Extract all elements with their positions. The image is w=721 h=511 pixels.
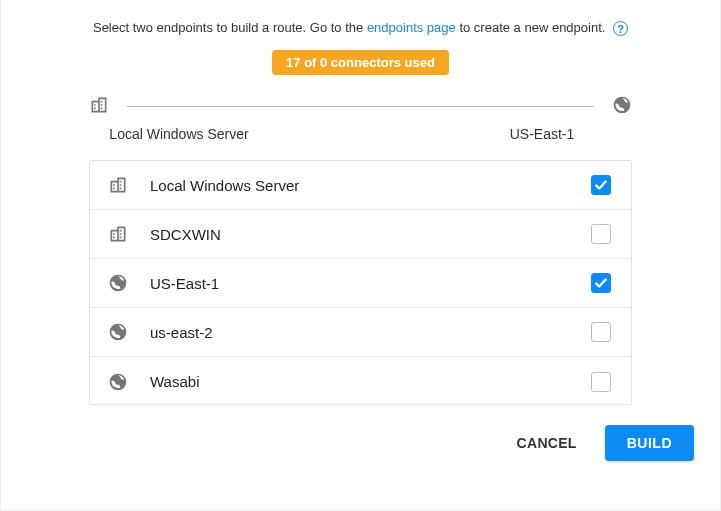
badge-row: 17 of 0 connectors used	[9, 50, 712, 75]
globe-icon	[612, 95, 632, 115]
route-left-icon-slot	[89, 95, 109, 118]
intro-text: Select two endpoints to build a route. G…	[9, 20, 712, 36]
intro-pre: Select two endpoints to build a route. G…	[93, 20, 367, 35]
endpoint-name: Local Windows Server	[150, 177, 591, 194]
endpoint-name: SDCXWIN	[150, 226, 591, 243]
endpoint-checkbox[interactable]	[591, 322, 611, 342]
dialog-actions: CANCEL BUILD	[9, 425, 694, 461]
list-item[interactable]: Local Windows Server	[90, 161, 631, 210]
check-icon	[594, 276, 608, 290]
building-icon	[108, 224, 128, 244]
globe-icon	[108, 322, 128, 342]
list-item[interactable]: Wasabi	[90, 357, 631, 405]
endpoint-name: us-east-2	[150, 324, 591, 341]
list-item[interactable]: SDCXWIN	[90, 210, 631, 259]
building-icon	[89, 95, 109, 115]
endpoint-type-icon	[108, 273, 150, 293]
endpoint-checkbox[interactable]	[591, 175, 611, 195]
build-button[interactable]: BUILD	[605, 425, 694, 461]
endpoint-name: US-East-1	[150, 275, 591, 292]
endpoint-type-icon	[108, 224, 150, 244]
route-right-label: US-East-1	[452, 126, 632, 142]
endpoint-checkbox[interactable]	[591, 372, 611, 392]
route-right-icon-slot	[612, 95, 632, 118]
endpoint-name: Wasabi	[150, 373, 591, 390]
route-separator	[127, 106, 594, 107]
check-icon	[594, 178, 608, 192]
help-icon[interactable]: ?	[613, 21, 628, 36]
cancel-button[interactable]: CANCEL	[507, 427, 587, 459]
endpoint-checkbox[interactable]	[591, 273, 611, 293]
globe-icon	[108, 372, 128, 392]
endpoint-type-icon	[108, 322, 150, 342]
globe-icon	[108, 273, 128, 293]
route-labels: Local Windows Server US-East-1	[89, 126, 632, 142]
route-left-label: Local Windows Server	[89, 126, 269, 142]
endpoint-type-icon	[108, 372, 150, 392]
route-header	[89, 95, 632, 118]
endpoint-type-icon	[108, 175, 150, 195]
building-icon	[108, 175, 128, 195]
intro-post: to create a new endpoint.	[456, 20, 606, 35]
dialog-body: Select two endpoints to build a route. G…	[0, 0, 721, 511]
endpoint-checkbox[interactable]	[591, 224, 611, 244]
connectors-badge: 17 of 0 connectors used	[272, 50, 449, 75]
endpoints-page-link[interactable]: endpoints page	[367, 20, 456, 35]
list-item[interactable]: US-East-1	[90, 259, 631, 308]
list-item[interactable]: us-east-2	[90, 308, 631, 357]
endpoints-list[interactable]: Local Windows ServerSDCXWINUS-East-1us-e…	[89, 160, 632, 405]
